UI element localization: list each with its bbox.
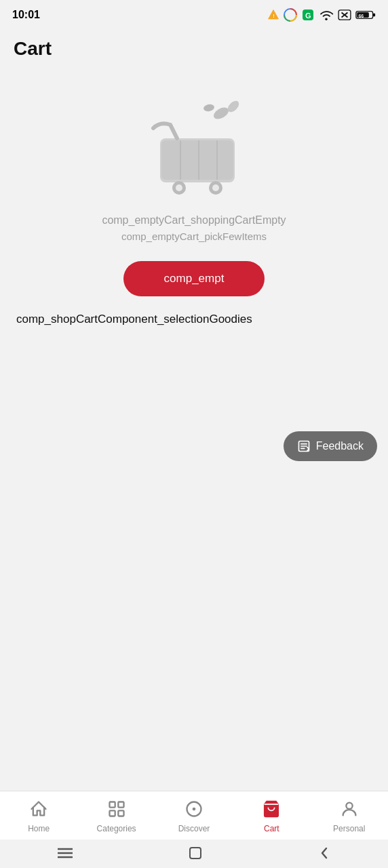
svg-point-20 <box>212 104 231 121</box>
page-title: Cart <box>0 27 388 65</box>
nav-label-discover: Discover <box>178 824 210 833</box>
android-back-chevron-icon <box>318 846 330 860</box>
cart-illustration <box>133 92 255 201</box>
svg-point-31 <box>346 802 352 808</box>
cart-nav-icon <box>262 800 281 821</box>
android-home-button[interactable] <box>183 841 208 867</box>
nav-label-home: Home <box>28 824 50 833</box>
feedback-icon <box>297 439 311 453</box>
nav-label-cart: Cart <box>264 824 279 833</box>
svg-point-22 <box>203 103 214 112</box>
svg-text:G: G <box>305 12 311 20</box>
nav-item-personal[interactable]: Personal <box>322 800 376 833</box>
svg-rect-35 <box>190 848 201 859</box>
x-signal-icon <box>338 9 351 20</box>
discover-icon <box>185 800 203 821</box>
svg-rect-8 <box>373 14 376 16</box>
svg-text:!: ! <box>273 13 275 19</box>
feedback-button[interactable]: Feedback <box>284 431 377 461</box>
svg-point-17 <box>176 184 182 191</box>
android-menu-button[interactable] <box>52 842 78 866</box>
svg-rect-25 <box>118 802 123 807</box>
svg-rect-24 <box>109 802 115 807</box>
nav-item-categories[interactable]: Categories <box>90 800 144 833</box>
svg-rect-26 <box>109 810 115 816</box>
svg-point-29 <box>193 808 195 809</box>
main-content: comp_emptyCart_shoppingCartEmpty comp_em… <box>0 65 388 868</box>
personal-icon <box>340 800 359 821</box>
feedback-label: Feedback <box>316 440 364 452</box>
nav-item-discover[interactable]: Discover <box>167 800 221 833</box>
nav-label-personal: Personal <box>333 824 365 833</box>
warning-icon: ! <box>267 9 279 21</box>
nav-label-categories: Categories <box>97 824 136 833</box>
shop-now-button[interactable]: comp_empt <box>123 261 265 296</box>
status-icons: ! G 66 <box>267 8 376 22</box>
status-bar: 10:01 ! G <box>0 0 388 27</box>
nav-item-cart[interactable]: Cart <box>244 800 298 833</box>
home-icon <box>29 800 48 821</box>
svg-point-19 <box>212 184 219 191</box>
nav-item-home[interactable]: Home <box>12 800 66 833</box>
selection-goodies-text: comp_shopCartComponent_selectionGoodies <box>14 313 374 326</box>
battery-icon: 66 <box>355 9 376 20</box>
android-back-button[interactable] <box>313 841 336 867</box>
empty-cart-title: comp_emptyCart_shoppingCartEmpty <box>102 214 286 226</box>
android-nav-bar <box>0 840 388 868</box>
svg-text:66: 66 <box>358 14 364 18</box>
svg-rect-27 <box>118 810 123 816</box>
menu-lines-icon <box>58 848 73 859</box>
categories-icon <box>107 800 126 821</box>
empty-cart-svg <box>133 94 255 199</box>
android-home-square-icon <box>189 846 202 860</box>
svg-rect-12 <box>161 140 233 180</box>
bottom-nav: Home Categories Discover <box>0 791 388 840</box>
colorful-circle-icon <box>284 8 297 22</box>
empty-cart-subtitle: comp_emptyCart_pickFewItems <box>121 231 267 242</box>
wifi-icon <box>319 9 334 20</box>
status-time: 10:01 <box>12 9 40 21</box>
green-square-icon: G <box>301 8 315 22</box>
